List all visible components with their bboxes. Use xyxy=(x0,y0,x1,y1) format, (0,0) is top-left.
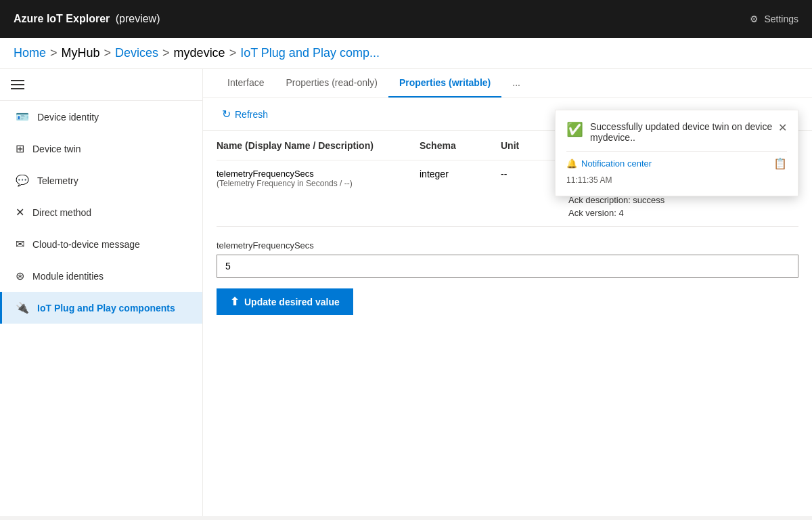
settings-button[interactable]: ⚙ Settings xyxy=(750,14,798,24)
copy-icon: 📋 xyxy=(773,158,787,169)
bell-icon: 🔔 xyxy=(566,158,577,169)
breadcrumb: Home > MyHub > Devices > mydevice > IoT … xyxy=(0,38,812,69)
sidebar-item-device-identity[interactable]: 🪪 Device identity xyxy=(0,101,202,133)
breadcrumb-sep-4: > xyxy=(229,46,237,60)
sidebar-item-cloud-to-device[interactable]: ✉ Cloud-to-device message xyxy=(0,228,202,260)
notification-close-button[interactable]: ✕ xyxy=(778,121,787,134)
topbar: Azure IoT Explorer (preview) ⚙ Settings xyxy=(0,0,812,38)
sidebar-item-device-twin[interactable]: ⊞ Device twin xyxy=(0,133,202,165)
value-input[interactable] xyxy=(217,255,798,278)
hamburger-button[interactable] xyxy=(0,69,202,101)
breadcrumb-devices[interactable]: Devices xyxy=(115,46,158,60)
main-layout: 🪪 Device identity ⊞ Device twin 💬 Teleme… xyxy=(0,69,812,516)
breadcrumb-sep-1: > xyxy=(50,46,58,60)
notification-footer: 🔔 Notification center 📋 xyxy=(566,151,787,170)
module-identities-icon: ⊛ xyxy=(16,269,24,282)
notification-header: ✅ Successfully updated device twin on de… xyxy=(566,121,787,143)
refresh-icon: ↻ xyxy=(222,108,231,121)
notification-message: Successfully updated device twin on devi… xyxy=(590,121,778,143)
app-title: Azure IoT Explorer (preview) xyxy=(14,13,160,25)
success-icon: ✅ xyxy=(566,121,583,137)
iot-pnp-icon: 🔌 xyxy=(16,301,29,314)
device-identity-icon: 🪪 xyxy=(16,110,29,123)
breadcrumb-home[interactable]: Home xyxy=(14,46,46,60)
tab-props-write[interactable]: Properties (writable) xyxy=(388,69,501,98)
row-schema: integer xyxy=(420,169,501,179)
sidebar-item-iot-pnp[interactable]: 🔌 IoT Plug and Play components xyxy=(0,292,202,324)
notification-content: ✅ Successfully updated device twin on de… xyxy=(566,121,778,143)
sidebar: 🪪 Device identity ⊞ Device twin 💬 Teleme… xyxy=(0,69,203,516)
notification-copy-button[interactable]: 📋 xyxy=(773,157,787,170)
tab-interface[interactable]: Interface xyxy=(217,69,275,98)
tab-more[interactable]: ... xyxy=(501,69,531,98)
cloud-to-device-icon: ✉ xyxy=(16,238,24,251)
row-name: telemetryFrequencySecs (Telemetry Freque… xyxy=(217,169,420,188)
refresh-button[interactable]: ↻ Refresh xyxy=(217,105,273,123)
notification-timestamp: 11:11:35 AM xyxy=(566,175,787,185)
col-schema: Schema xyxy=(420,140,501,151)
breadcrumb-component[interactable]: IoT Plug and Play comp... xyxy=(240,46,380,60)
update-desired-value-button[interactable]: ⬆ Update desired value xyxy=(217,288,353,315)
input-label: telemetryFrequencySecs xyxy=(217,240,798,251)
notification-popup: ✅ Successfully updated device twin on de… xyxy=(555,110,798,196)
tabs-bar: Interface Properties (read-only) Propert… xyxy=(203,69,812,98)
content-area: Interface Properties (read-only) Propert… xyxy=(203,69,812,516)
gear-icon: ⚙ xyxy=(750,14,759,24)
breadcrumb-sep-3: > xyxy=(162,46,170,60)
breadcrumb-sep-2: > xyxy=(104,46,112,60)
sidebar-item-direct-method[interactable]: ✕ Direct method xyxy=(0,196,202,228)
col-name: Name (Display Name / Description) xyxy=(217,140,420,151)
sidebar-item-module-identities[interactable]: ⊛ Module identities xyxy=(0,260,202,292)
sidebar-item-telemetry[interactable]: 💬 Telemetry xyxy=(0,165,202,196)
notification-center-link[interactable]: 🔔 Notification center xyxy=(566,158,652,169)
device-twin-icon: ⊞ xyxy=(16,142,24,155)
input-section: telemetryFrequencySecs ⬆ Update desired … xyxy=(203,227,812,328)
breadcrumb-hub: MyHub xyxy=(62,46,100,60)
upload-icon: ⬆ xyxy=(230,295,239,308)
breadcrumb-device: mydevice xyxy=(174,46,225,60)
tab-props-read[interactable]: Properties (read-only) xyxy=(275,69,388,98)
telemetry-icon: 💬 xyxy=(16,174,29,187)
direct-method-icon: ✕ xyxy=(16,206,24,219)
